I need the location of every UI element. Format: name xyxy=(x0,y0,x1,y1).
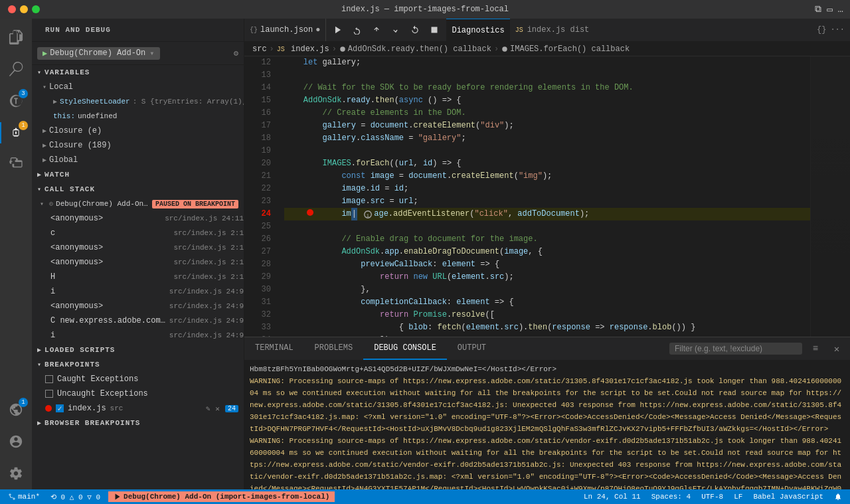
breadcrumb-src[interactable]: src xyxy=(252,44,267,54)
split-icon[interactable]: {} xyxy=(817,25,826,35)
closure-e-item[interactable]: ▶ Closure (e) xyxy=(32,124,244,138)
bp-edit-icon[interactable]: ✎ xyxy=(206,404,211,413)
close-button[interactable] xyxy=(8,5,16,13)
run-debug-badge: 1 xyxy=(19,121,28,130)
encoding-status[interactable]: UTF-8 xyxy=(699,493,726,501)
breadcrumb-callback-1[interactable]: AddOnSdk.ready.then() callback xyxy=(339,44,491,54)
window-controls[interactable] xyxy=(8,5,40,13)
extensions-activity-icon[interactable] xyxy=(0,149,32,181)
global-item[interactable]: ▶ Global xyxy=(32,153,244,167)
stack-frame-anonymous-4[interactable]: <anonymous> src/index.js 24:9 xyxy=(32,299,244,313)
index-js-dist-tab[interactable]: JS index.js dist xyxy=(510,19,595,41)
debug-console-content[interactable]: Hbm8tzBFh5YnIBab0OGWoMrtg+AS14QD5d2B+UIZ… xyxy=(244,361,850,489)
watch-section-header[interactable]: ▶ WATCH xyxy=(32,167,244,182)
uncaught-exceptions-item[interactable]: Uncaught Exceptions xyxy=(32,386,244,401)
accounts-activity-icon[interactable] xyxy=(0,426,32,458)
code-line-32: return Promise.resolve([ xyxy=(284,309,810,321)
stack-frame-h[interactable]: H src/index.js 2:1 xyxy=(32,270,244,284)
code-line-13 xyxy=(284,69,810,82)
filter-input[interactable] xyxy=(669,343,802,355)
stack-frame-anonymous-3[interactable]: <anonymous> src/index.js 2:1 xyxy=(32,255,244,270)
toggle-panel-icon[interactable]: ▭ xyxy=(827,4,832,15)
panel-close-icon[interactable]: ✕ xyxy=(829,341,845,357)
run-debug-activity-icon[interactable]: 1 xyxy=(0,117,32,149)
caught-exceptions-checkbox[interactable] xyxy=(45,375,53,383)
bp-remove-icon[interactable]: ✕ xyxy=(215,404,220,413)
search-activity-icon[interactable] xyxy=(0,53,32,85)
index-js-bp-src: src xyxy=(110,404,124,412)
uncaught-exceptions-checkbox[interactable] xyxy=(45,390,53,398)
split-editor-icon[interactable]: ⧉ xyxy=(815,4,821,15)
code-line-26: // Enable drag to document for the image… xyxy=(284,233,810,246)
code-editor[interactable]: 12 13 14 15 16 17 18 19 20 21 22 23 24 2… xyxy=(244,56,850,337)
diagnostics-tab-label: Diagnostics xyxy=(452,26,504,35)
indentation-status[interactable]: Spaces: 4 xyxy=(649,493,693,501)
launch-json-tab[interactable]: {} launch.json ● xyxy=(244,19,325,41)
title-bar-actions[interactable]: ⧉ ▭ … xyxy=(815,4,843,15)
minimize-button[interactable] xyxy=(20,5,28,13)
stack-frame-c-otel[interactable]: C new.express.adobe.com/static/hz-startu… xyxy=(32,313,244,328)
maximize-button[interactable] xyxy=(32,5,40,13)
stop-button[interactable] xyxy=(425,21,444,39)
this-var[interactable]: this: undefined xyxy=(32,109,244,124)
diagnostics-tab[interactable]: Diagnostics xyxy=(446,19,509,41)
remote-activity-icon[interactable]: 1 xyxy=(0,394,32,426)
closure-189-item[interactable]: ▶ Closure (189) xyxy=(32,138,244,153)
explorer-activity-icon[interactable] xyxy=(0,21,32,53)
log-line-3: WARNING: Processing source-maps of https… xyxy=(250,435,845,489)
debug-console-tab[interactable]: DEBUG CONSOLE xyxy=(363,337,447,360)
call-stack-thread[interactable]: ▾ ⊙ Debug(Chrome) Add-On: https://ne... … xyxy=(32,197,244,211)
step-into-button[interactable] xyxy=(367,21,386,39)
more-icon[interactable]: … xyxy=(838,4,843,15)
debug-gear-icon[interactable]: ⚙ xyxy=(234,48,238,58)
settings-activity-icon[interactable] xyxy=(0,458,32,489)
caught-exceptions-item[interactable]: Caught Exceptions xyxy=(32,372,244,386)
local-scope-item[interactable]: ▾ Local xyxy=(32,80,244,94)
stack-frame-i[interactable]: i src/index.js 24:9 xyxy=(32,284,244,299)
debug-run-button[interactable]: ▶ Debug(Chrome) Add-On ▾ xyxy=(37,47,160,60)
pause-continue-button[interactable] xyxy=(329,21,347,39)
language-mode-status[interactable]: Babel JavaScript xyxy=(750,493,826,501)
line-ending-status[interactable]: LF xyxy=(731,493,745,501)
sidebar: RUN AND DEBUG ▶ Debug(Chrome) Add-On ▾ ⚙… xyxy=(32,19,244,489)
play-icon: ▶ xyxy=(42,48,47,58)
loaded-scripts-collapse-icon: ▶ xyxy=(37,346,42,354)
code-line-34: ]); xyxy=(284,334,810,337)
source-control-activity-icon[interactable]: 3 xyxy=(0,85,32,117)
call-stack-header[interactable]: ▾ CALL STACK xyxy=(32,182,244,197)
cursor-position-status[interactable]: Ln 24, Col 11 xyxy=(581,493,643,501)
terminal-tab[interactable]: TERMINAL xyxy=(244,337,304,360)
code-content[interactable]: let gallery; // Wait for the SDK to be r… xyxy=(278,56,810,337)
sync-status[interactable]: ⟲ 0 △ 0 ▽ 0 xyxy=(48,493,103,501)
svg-point-3 xyxy=(502,46,507,52)
problems-tab[interactable]: PROBLEMS xyxy=(304,337,364,360)
stack-frame-i-2[interactable]: i src/index.js 24:9 xyxy=(32,328,244,343)
breakpoints-label: BREAKPOINTS xyxy=(44,361,100,369)
browser-breakpoints-header[interactable]: ▶ BROWSER BREAKPOINTS xyxy=(32,416,244,430)
stack-frame-anonymous-1[interactable]: <anonymous> src/index.js 24:11 xyxy=(32,211,244,226)
stylesheet-arrow: ▶ xyxy=(53,98,57,106)
variables-section-header[interactable]: ▾ VARIABLES xyxy=(32,65,244,80)
step-out-button[interactable] xyxy=(386,21,405,39)
filter-menu-icon[interactable]: ≡ xyxy=(808,341,823,357)
code-line-24: ➤ ⚠ im| i age.addEventListener("click", … xyxy=(284,208,810,220)
index-js-breakpoint-checkbox[interactable]: ✓ xyxy=(56,404,64,412)
loaded-scripts-header[interactable]: ▶ LOADED SCRIPTS xyxy=(32,343,244,357)
notifications-status[interactable] xyxy=(831,493,845,501)
step-over-button[interactable] xyxy=(348,21,367,39)
breadcrumb-file[interactable]: JS index.js xyxy=(277,44,329,54)
more-tabs-icon[interactable]: ··· xyxy=(830,25,845,35)
git-branch-status[interactable]: main* xyxy=(5,493,42,501)
output-tab[interactable]: OUTPUT xyxy=(447,337,497,360)
stylesheet-loader-var[interactable]: ▶ StyleSheetLoader : S {tryEntries: Arra… xyxy=(32,94,244,109)
index-js-breakpoint-item[interactable]: ✓ index.js src ✎ ✕ 24 xyxy=(32,401,244,416)
restart-button[interactable] xyxy=(406,21,424,39)
stack-frame-anonymous-2[interactable]: <anonymous> src/index.js 2:1 xyxy=(32,240,244,255)
thread-arrow: ▾ xyxy=(40,200,44,208)
debug-session-status[interactable]: Debug(Chrome) Add-On (import-images-from… xyxy=(108,491,335,502)
editor-right-icons[interactable]: {} ··· xyxy=(811,19,850,41)
debug-dropdown-icon[interactable]: ▾ xyxy=(149,48,154,58)
stack-frame-c[interactable]: c src/index.js 2:1 xyxy=(32,226,244,240)
breadcrumb-callback-2[interactable]: IMAGES.forEach() callback xyxy=(501,44,630,54)
breakpoints-header[interactable]: ▾ BREAKPOINTS xyxy=(32,357,244,372)
